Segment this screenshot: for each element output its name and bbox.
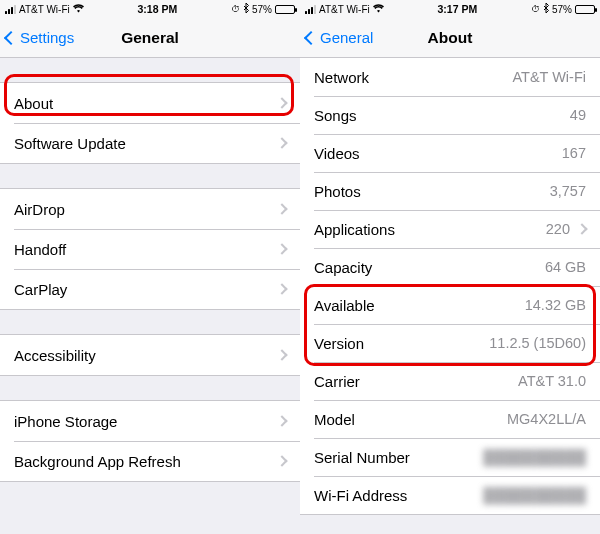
bluetooth-icon bbox=[543, 3, 549, 15]
row-label: Model bbox=[314, 411, 507, 428]
wifi-icon bbox=[373, 4, 384, 15]
row-model: ModelMG4X2LL/A bbox=[300, 400, 600, 438]
chevron-right-icon bbox=[276, 203, 287, 214]
bluetooth-icon bbox=[243, 3, 249, 15]
row-label: Applications bbox=[314, 221, 546, 238]
clock: 3:18 PM bbox=[138, 3, 178, 15]
row-value: 49 bbox=[570, 107, 586, 123]
content-general: AboutSoftware UpdateAirDropHandoffCarPla… bbox=[0, 58, 300, 534]
row-value: 3,757 bbox=[550, 183, 586, 199]
alarm-icon: ⏱ bbox=[531, 4, 540, 14]
row-carrier: CarrierAT&T 31.0 bbox=[300, 362, 600, 400]
row-value: 64 GB bbox=[545, 259, 586, 275]
row-about[interactable]: About bbox=[0, 83, 300, 123]
row-value: MG4X2LL/A bbox=[507, 411, 586, 427]
battery-pct: 57% bbox=[252, 4, 272, 15]
chevron-left-icon bbox=[4, 30, 18, 44]
chevron-right-icon bbox=[276, 455, 287, 466]
nav-bar: General About bbox=[300, 18, 600, 58]
row-available: Available14.32 GB bbox=[300, 286, 600, 324]
carrier-label: AT&T Wi-Fi bbox=[19, 4, 70, 15]
row-value: AT&T 31.0 bbox=[518, 373, 586, 389]
chevron-right-icon bbox=[276, 283, 287, 294]
signal-icon bbox=[5, 5, 16, 14]
row-handoff[interactable]: Handoff bbox=[0, 229, 300, 269]
back-button[interactable]: General bbox=[300, 29, 373, 46]
row-applications[interactable]: Applications220 bbox=[300, 210, 600, 248]
row-label: iPhone Storage bbox=[14, 413, 270, 430]
row-label: Carrier bbox=[314, 373, 518, 390]
row-label: Network bbox=[314, 69, 512, 86]
row-value: 220 bbox=[546, 221, 570, 237]
row-value: 14.32 GB bbox=[525, 297, 586, 313]
row-label: Available bbox=[314, 297, 525, 314]
wifi-icon bbox=[73, 4, 84, 15]
row-label: AirDrop bbox=[14, 201, 270, 218]
row-photos: Photos3,757 bbox=[300, 172, 600, 210]
row-label: Accessibility bbox=[14, 347, 270, 364]
chevron-right-icon bbox=[276, 415, 287, 426]
chevron-right-icon bbox=[276, 97, 287, 108]
back-label: Settings bbox=[20, 29, 74, 46]
chevron-right-icon bbox=[576, 223, 587, 234]
row-label: Songs bbox=[314, 107, 570, 124]
carrier-label: AT&T Wi-Fi bbox=[319, 4, 370, 15]
row-label: About bbox=[14, 95, 270, 112]
row-songs: Songs49 bbox=[300, 96, 600, 134]
row-iphone-storage[interactable]: iPhone Storage bbox=[0, 401, 300, 441]
screen-about: AT&T Wi-Fi 3:17 PM ⏱ 57% General About N… bbox=[300, 0, 600, 534]
row-background-app-refresh[interactable]: Background App Refresh bbox=[0, 441, 300, 481]
row-label: Photos bbox=[314, 183, 550, 200]
battery-icon bbox=[575, 5, 595, 14]
row-capacity: Capacity64 GB bbox=[300, 248, 600, 286]
nav-bar: Settings General bbox=[0, 18, 300, 58]
row-version: Version11.2.5 (15D60) bbox=[300, 324, 600, 362]
chevron-left-icon bbox=[304, 30, 318, 44]
row-label: CarPlay bbox=[14, 281, 270, 298]
row-label: Background App Refresh bbox=[14, 453, 270, 470]
row-label: Videos bbox=[314, 145, 562, 162]
row-value: AT&T Wi-Fi bbox=[512, 69, 586, 85]
alarm-icon: ⏱ bbox=[231, 4, 240, 14]
screen-general: AT&T Wi-Fi 3:18 PM ⏱ 57% Settings Genera… bbox=[0, 0, 300, 534]
signal-icon bbox=[305, 5, 316, 14]
row-label: Software Update bbox=[14, 135, 270, 152]
row-software-update[interactable]: Software Update bbox=[0, 123, 300, 163]
row-label: Version bbox=[314, 335, 489, 352]
battery-pct: 57% bbox=[552, 4, 572, 15]
row-label: Wi-Fi Address bbox=[314, 487, 483, 504]
row-videos: Videos167 bbox=[300, 134, 600, 172]
row-label: Handoff bbox=[14, 241, 270, 258]
row-accessibility[interactable]: Accessibility bbox=[0, 335, 300, 375]
row-network: NetworkAT&T Wi-Fi bbox=[300, 58, 600, 96]
back-label: General bbox=[320, 29, 373, 46]
status-bar: AT&T Wi-Fi 3:18 PM ⏱ 57% bbox=[0, 0, 300, 18]
row-label: Capacity bbox=[314, 259, 545, 276]
row-serial-number: Serial Number██████████ bbox=[300, 438, 600, 476]
back-button[interactable]: Settings bbox=[0, 29, 74, 46]
row-value: 167 bbox=[562, 145, 586, 161]
row-label: Serial Number bbox=[314, 449, 483, 466]
clock: 3:17 PM bbox=[438, 3, 478, 15]
battery-icon bbox=[275, 5, 295, 14]
row-airdrop[interactable]: AirDrop bbox=[0, 189, 300, 229]
row-carplay[interactable]: CarPlay bbox=[0, 269, 300, 309]
row-value: ██████████ bbox=[483, 449, 586, 465]
row-value: 11.2.5 (15D60) bbox=[489, 335, 586, 351]
status-bar: AT&T Wi-Fi 3:17 PM ⏱ 57% bbox=[300, 0, 600, 18]
chevron-right-icon bbox=[276, 137, 287, 148]
row-value: ██████████ bbox=[483, 487, 586, 503]
content-about: NetworkAT&T Wi-FiSongs49Videos167Photos3… bbox=[300, 58, 600, 534]
row-wi-fi-address: Wi-Fi Address██████████ bbox=[300, 476, 600, 514]
chevron-right-icon bbox=[276, 349, 287, 360]
chevron-right-icon bbox=[276, 243, 287, 254]
